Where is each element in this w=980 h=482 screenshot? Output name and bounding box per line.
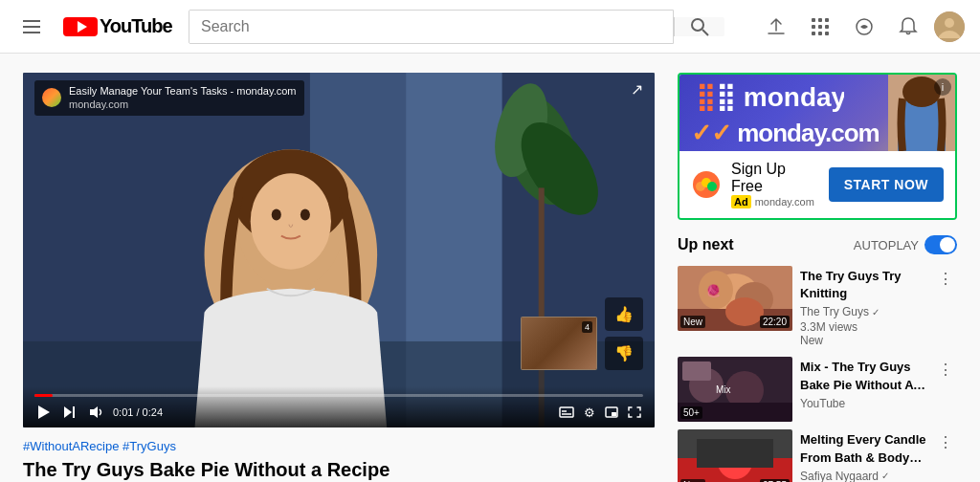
volume-button[interactable] (86, 403, 105, 422)
card-menu-button[interactable]: ⋮ (934, 429, 957, 455)
card-thumbnail: MELTING EVERY CANDLE 27:55 New (678, 429, 792, 482)
youtube-logo[interactable]: YouTube (63, 15, 172, 37)
sidebar: ⣿⣿ monday.com ✓✓ monday.com (678, 73, 957, 482)
play-button[interactable] (34, 403, 54, 422)
svg-rect-62 (697, 439, 773, 468)
autoplay-toggle: AUTOPLAY (854, 235, 957, 254)
video-card[interactable]: 🧶 22:20 New The Try Guys Try Knitting Th… (678, 266, 957, 349)
subtitles-button[interactable] (557, 405, 576, 420)
card-channel: Safiya Nygaard ✓ (800, 470, 926, 482)
ad-domain: monday.com (755, 196, 814, 208)
share-overlay-button[interactable]: ↗ (631, 80, 643, 99)
hamburger-icon (23, 20, 40, 33)
card-info: Melting Every Candle From Bath & Body Wo… (800, 429, 926, 482)
card-channel: The Try Guys ✓ (800, 305, 926, 318)
video-thumbnail (23, 73, 655, 427)
svg-point-51 (725, 297, 764, 326)
start-now-button[interactable]: START NOW (829, 167, 944, 202)
header-left: YouTube (15, 12, 172, 41)
settings-button[interactable]: ⚙ (582, 404, 597, 422)
svg-rect-6 (812, 25, 815, 29)
controls-row: 0:01 / 0:24 ⚙ (34, 403, 643, 422)
ad-label-row: Ad monday.com (731, 195, 819, 208)
notifications-button[interactable] (890, 9, 926, 45)
svg-rect-58 (682, 362, 711, 381)
card-info: Mix - The Try Guys Bake Pie Without A Re… (800, 357, 926, 422)
user-avatar[interactable] (934, 11, 965, 42)
upload-button[interactable] (758, 9, 794, 45)
ad-text: Sign Up Free Ad monday.com (731, 161, 819, 208)
svg-marker-32 (90, 406, 98, 418)
card-menu-button[interactable]: ⋮ (934, 357, 957, 383)
up-next-title: Up next (678, 236, 734, 253)
verified-icon: ✓ (881, 471, 889, 481)
svg-text:🧶: 🧶 (706, 283, 721, 297)
video-title-text: Easily Manage Your Team's Tasks - monday… (69, 84, 297, 112)
video-hashtags[interactable]: #WithoutARecipe #TryGuys (23, 439, 655, 453)
card-title: Mix - The Try Guys Bake Pie Without A Re… (800, 359, 926, 393)
card-menu-button[interactable]: ⋮ (934, 266, 957, 292)
svg-rect-3 (812, 18, 815, 22)
video-title-main: The Try Guys Bake Pie Without a Recipe (23, 457, 655, 482)
ad-label: Ad (731, 195, 751, 208)
svg-point-28 (301, 208, 310, 220)
thumb-badge: New (680, 316, 705, 328)
video-cards-list: 🧶 22:20 New The Try Guys Try Knitting Th… (678, 266, 957, 482)
autoplay-label: AUTOPLAY (854, 238, 919, 252)
search-input[interactable] (189, 11, 673, 43)
card-title: Melting Every Candle From Bath & Body Wo… (800, 431, 926, 466)
svg-point-45 (707, 182, 717, 191)
hamburger-menu-button[interactable] (15, 12, 48, 41)
mini-video-overlay: 4 (521, 317, 597, 370)
svg-rect-31 (73, 406, 75, 418)
header-right (758, 9, 965, 45)
thumb-badge: 50+ (680, 406, 702, 419)
autoplay-switch[interactable] (924, 235, 957, 254)
ad-banner: ⣿⣿ monday.com ✓✓ monday.com (678, 73, 957, 220)
svg-point-27 (272, 208, 281, 220)
like-overlay-button[interactable]: 👍 (605, 297, 643, 331)
apps-button[interactable] (802, 9, 838, 45)
video-section: Easily Manage Your Team's Tasks - monday… (23, 73, 655, 482)
fullscreen-button[interactable] (626, 405, 643, 420)
search-input-wrap (189, 10, 674, 44)
video-card[interactable]: Mix 50+ Mix - The Try Guys Bake Pie With… (678, 357, 957, 422)
video-card[interactable]: MELTING EVERY CANDLE 27:55 New Melting E… (678, 429, 957, 482)
svg-marker-29 (38, 405, 50, 419)
ad-logo-icon (691, 169, 722, 200)
card-views: 3.3M views (800, 320, 926, 334)
monday-logo-small (42, 88, 61, 107)
dislike-overlay-button[interactable]: 👎 (605, 337, 643, 370)
svg-point-1 (692, 19, 703, 31)
ad-close-button[interactable]: i (934, 78, 951, 96)
miniplayer-button[interactable] (603, 405, 620, 420)
svg-text:Mix: Mix (716, 384, 731, 395)
monday-ad-logo: ⣿⣿ monday.com ✓✓ monday.com (691, 77, 880, 148)
card-thumbnail: 🧶 22:20 New (678, 266, 792, 331)
svg-line-2 (702, 30, 708, 35)
search-form (189, 10, 724, 44)
svg-rect-37 (612, 412, 616, 416)
toggle-knob (940, 237, 955, 252)
next-button[interactable] (61, 404, 78, 421)
video-info-badge: Easily Manage Your Team's Tasks - monday… (34, 80, 304, 116)
progress-bar[interactable] (34, 394, 643, 397)
svg-rect-10 (818, 32, 822, 35)
site-header: YouTube (0, 0, 980, 54)
messages-button[interactable] (846, 9, 882, 45)
up-next-header: Up next AUTOPLAY (678, 235, 957, 254)
youtube-icon (63, 17, 98, 36)
time-display: 0:01 / 0:24 (113, 406, 163, 418)
video-actions-overlay: 👍 👎 (605, 297, 643, 370)
svg-point-26 (251, 173, 331, 269)
video-player[interactable]: Easily Manage Your Team's Tasks - monday… (23, 73, 655, 427)
card-channel: YouTube (800, 397, 926, 410)
svg-rect-8 (825, 25, 829, 29)
svg-rect-33 (560, 407, 573, 417)
svg-rect-11 (825, 32, 829, 35)
ad-bottom: Sign Up Free Ad monday.com START NOW (679, 151, 955, 218)
search-button[interactable] (674, 17, 724, 36)
svg-marker-30 (64, 406, 72, 418)
video-info: #WithoutARecipe #TryGuys The Try Guys Ba… (23, 427, 655, 482)
svg-rect-4 (818, 18, 822, 22)
